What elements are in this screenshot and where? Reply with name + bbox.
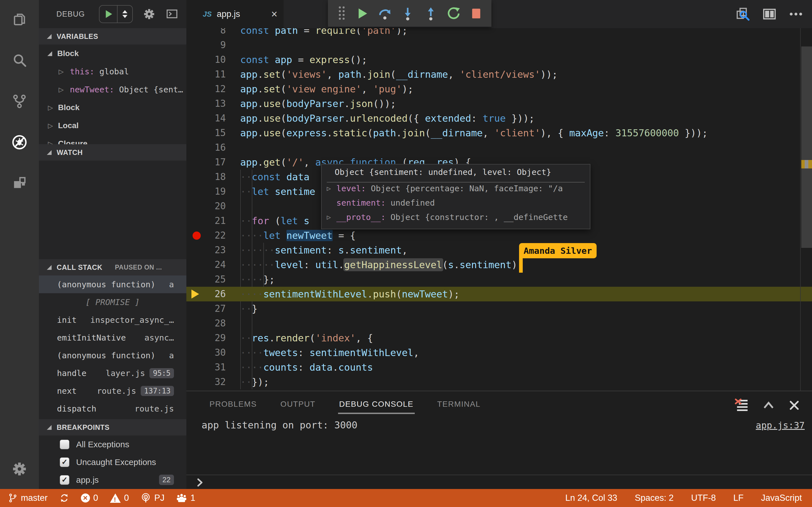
source-location-link[interactable]: app.js:37	[756, 420, 805, 431]
close-tab-icon[interactable]: ×	[271, 9, 277, 19]
code-line[interactable]: 31····counts: data.counts	[186, 360, 812, 375]
debug-console-input[interactable]	[186, 474, 812, 490]
status-item-utf-8[interactable]: UTF-8	[691, 493, 716, 503]
launch-config-group[interactable]	[99, 5, 133, 23]
twisty-collapsed-icon[interactable]: ▷	[327, 181, 331, 196]
breakpoint-row[interactable]: ✓Uncaught Exceptions	[39, 453, 186, 471]
find-references-button[interactable]	[735, 6, 751, 22]
status-item-javascript[interactable]: JavaScript	[761, 493, 802, 503]
code-line[interactable]: 13app.use(bodyParser.json());	[186, 96, 812, 111]
popup-property-row[interactable]: sentiment: undefined	[322, 196, 590, 210]
code-line[interactable]: 30····tweets: sentimentWithLevel,	[186, 345, 812, 360]
start-debug-button[interactable]	[100, 6, 117, 22]
code-line[interactable]: 14app.use(bodyParser.urlencoded({ extend…	[186, 111, 812, 126]
line-number: 25	[186, 272, 226, 287]
stack-frame-row[interactable]: dispatchroute.js	[39, 400, 186, 417]
stack-promise-row[interactable]: [ PROMISE ]	[39, 293, 186, 311]
step-out-button[interactable]	[424, 6, 438, 20]
variable-row[interactable]: ▷newTweet: Object {sent…	[39, 80, 186, 99]
line-number: 18	[186, 170, 226, 184]
variable-scope-row[interactable]: ▷Local	[39, 117, 186, 135]
stack-frame-row[interactable]: (anonymous function)a	[39, 346, 186, 364]
status-item-sync[interactable]	[59, 493, 69, 503]
code-line[interactable]: 16	[186, 140, 812, 155]
code-line[interactable]: 11app.set('views', path.join(__dirname, …	[186, 67, 812, 82]
code-line[interactable]: 29··res.render('index', {	[186, 331, 812, 345]
launch-config-selector[interactable]	[117, 6, 132, 22]
code-line[interactable]: 26····sentimentWithLevel.push(newTweet);	[186, 287, 812, 301]
breakpoint-row[interactable]: ✓app.js22	[39, 471, 186, 489]
clear-console-button[interactable]	[735, 398, 749, 413]
close-panel-button[interactable]	[788, 399, 801, 412]
twisty-collapsed-icon[interactable]: ▷	[327, 210, 331, 224]
settings-gear-button[interactable]	[0, 453, 39, 485]
activity-bar-item-source-control[interactable]	[0, 86, 39, 117]
panel-tab-output[interactable]: OUTPUT	[280, 395, 317, 414]
activity-bar-item-files[interactable]	[0, 4, 39, 35]
status-item-spaces-2[interactable]: Spaces: 2	[635, 493, 673, 503]
status-item-master[interactable]: master	[8, 493, 48, 503]
status-item-ln-24-col-33[interactable]: Ln 24, Col 33	[565, 493, 617, 503]
status-item-lf[interactable]: LF	[733, 493, 744, 503]
frame-function-name: (anonymous function)	[57, 351, 155, 360]
scrollbar-thumb[interactable]	[801, 47, 812, 248]
stack-frame-row[interactable]: initinspector_async_…	[39, 311, 186, 329]
stack-frame-row[interactable]: nextroute.js137:13	[39, 382, 186, 400]
popup-property-row[interactable]: ▷level: Object {percentage: NaN, faceIma…	[322, 181, 590, 196]
step-into-button[interactable]	[401, 6, 415, 20]
code-line[interactable]: 27··}	[186, 301, 812, 316]
code-line[interactable]: 28	[186, 316, 812, 331]
maximize-panel-button[interactable]	[762, 399, 775, 412]
breakpoint-row[interactable]: All Exceptions	[39, 436, 186, 453]
stop-button[interactable]	[470, 7, 483, 20]
status-item-1[interactable]: 1	[176, 493, 195, 503]
code-line[interactable]: 12app.set('view engine', 'pug');	[186, 82, 812, 96]
panel-tab-terminal[interactable]: TERMINAL	[436, 395, 482, 414]
status-item-PJ[interactable]: PJ	[141, 493, 164, 503]
step-over-button[interactable]	[378, 6, 392, 20]
status-item-0[interactable]: ×0	[81, 493, 98, 503]
overview-ruler[interactable]	[800, 0, 812, 391]
code-line[interactable]: 32··});	[186, 375, 812, 389]
checkbox-checked[interactable]: ✓	[60, 457, 69, 467]
restart-button[interactable]	[447, 6, 461, 20]
call-stack-section-header[interactable]: CALL STACK PAUSED ON ...	[39, 259, 186, 276]
variables-section-header[interactable]: VARIABLES	[39, 28, 186, 45]
find-references-icon	[735, 6, 751, 22]
breakpoints-section-header[interactable]: BREAKPOINTS	[39, 419, 186, 436]
debug-console-toggle-button[interactable]	[165, 8, 179, 20]
variable-value: Object {sent…	[114, 85, 183, 94]
variable-name: this:	[70, 67, 94, 76]
stack-frame-row[interactable]: emitInitNativeasync…	[39, 329, 186, 346]
code-line[interactable]: 9	[186, 38, 812, 52]
watch-section-header[interactable]: WATCH	[39, 144, 186, 161]
panel-tab-debug-console[interactable]: DEBUG CONSOLE	[338, 395, 415, 414]
split-editor-button[interactable]	[762, 6, 777, 22]
checkbox-checked[interactable]: ✓	[60, 475, 69, 485]
checkbox-unchecked[interactable]	[60, 440, 69, 449]
stack-frame-row[interactable]: handlelayer.js95:5	[39, 364, 186, 382]
activity-bar-item-search[interactable]	[0, 45, 39, 76]
code-line[interactable]: 23······sentiment: s.sentiment,	[186, 243, 812, 258]
code-line[interactable]: 25····};	[186, 272, 812, 287]
line-number: 16	[186, 140, 226, 155]
variable-row[interactable]: ▷this: global	[39, 62, 186, 80]
activity-bar-item-extensions[interactable]	[0, 168, 39, 199]
panel-tab-problems[interactable]: PROBLEMS	[208, 395, 258, 414]
continue-button[interactable]	[355, 7, 369, 20]
activity-bar-item-debug[interactable]	[0, 127, 39, 158]
tab-app-js[interactable]: JS app.js ×	[186, 0, 284, 28]
configure-gear-button[interactable]	[143, 8, 155, 20]
status-item-0[interactable]: !0	[110, 493, 129, 503]
code-line[interactable]: 10const app = express();	[186, 52, 812, 67]
variable-scope-row[interactable]: Block	[39, 45, 186, 62]
panel-tabs: PROBLEMSOUTPUTDEBUG CONSOLETERMINAL	[208, 395, 481, 414]
more-actions-button[interactable]	[788, 6, 804, 22]
code-line[interactable]: 22····let newTweet = {	[186, 228, 812, 243]
stack-frame-row[interactable]: (anonymous function)a	[39, 276, 186, 293]
variable-scope-row[interactable]: ▷Block	[39, 99, 186, 117]
code-line[interactable]: 24······level: util.getHappinessLevel(s.…	[186, 258, 812, 272]
code-line[interactable]: 15app.use(express.static(path.join(__dir…	[186, 126, 812, 140]
source-control-icon	[11, 94, 28, 109]
popup-property-row[interactable]: ▷__proto__: Object {constructor: , __def…	[322, 210, 590, 224]
